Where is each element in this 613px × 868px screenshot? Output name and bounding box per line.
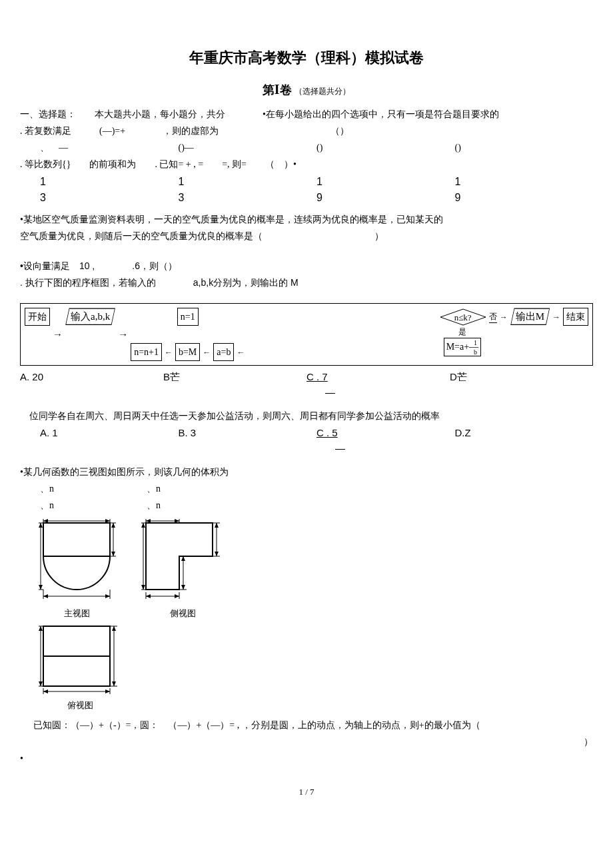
- svg-marker-38: [215, 523, 219, 528]
- opt-a: 、n: [40, 482, 120, 496]
- svg-marker-61: [112, 681, 116, 686]
- arrow-icon: →: [552, 311, 560, 323]
- q5: . 执行下图的程序框图，若输入的 a,b,k分别为，则输出的 M: [20, 276, 593, 290]
- q7: •某几何函数的三视图如图所示，则该几何的体积为: [20, 465, 593, 479]
- flow-start: 开始: [25, 308, 50, 326]
- opt-b: 、n: [147, 482, 227, 496]
- svg-marker-34: [141, 585, 145, 590]
- q2-options-row1: 1 1 1 1: [40, 174, 593, 190]
- flow-nn: n=n+1: [131, 343, 162, 361]
- arrow-icon: ←: [237, 346, 245, 358]
- flowchart: 开始 → 输入a,b,k → n=1 n=n+1 ← b=M ← a=b ← n…: [20, 303, 593, 366]
- section-index: I: [275, 82, 280, 97]
- opt-a2: 3: [40, 190, 179, 206]
- section-suffix: 卷: [280, 83, 292, 97]
- page-number: 1 / 7: [20, 785, 593, 799]
- svg-marker-44: [181, 585, 185, 590]
- q6-options: A. 1 B. 3 C . 5 — D.Z: [40, 426, 593, 456]
- svg-marker-48: [146, 594, 151, 598]
- svg-marker-18: [111, 552, 115, 556]
- q7-row2: 、n 、n: [40, 498, 593, 512]
- opt-d2: 9: [455, 190, 594, 206]
- svg-marker-66: [105, 689, 110, 693]
- q1: . 若复数满足 (—)=+ ，则的虚部为 （）: [20, 124, 593, 138]
- q2-options-row2: 3 3 9 9: [40, 190, 593, 206]
- svg-marker-55: [39, 626, 43, 631]
- arrow-icon: →: [118, 327, 128, 342]
- svg-marker-12: [39, 523, 43, 528]
- section-header: 第I卷 （选择题共分）: [20, 79, 593, 99]
- opt-c: 1: [316, 174, 455, 190]
- opt-b: B. 3: [179, 426, 317, 456]
- svg-marker-49: [175, 594, 179, 598]
- svg-marker-39: [215, 552, 219, 556]
- q3-line2: 空气质量为优良，则随后一天的空气质量为优良的概率是（ ）: [20, 229, 593, 243]
- three-views-row2: 俯视图: [33, 623, 593, 712]
- instructions: 一、选择题： 本大题共小题，每小题分，共分 •在每小题给出的四个选项中，只有一项…: [20, 107, 593, 121]
- q1-options: 、 — ()— () (): [40, 141, 593, 155]
- opt-c: (): [316, 141, 455, 155]
- opt-b: 1: [179, 174, 317, 190]
- opt-b: ()—: [179, 141, 317, 155]
- svg-marker-17: [111, 523, 115, 528]
- side-view: 侧视图: [136, 518, 229, 620]
- opt-c2: 9: [316, 190, 455, 206]
- flow-yes: 是: [458, 326, 466, 338]
- flow-output: 输出M: [510, 308, 550, 326]
- top-label: 俯视图: [33, 699, 127, 712]
- flow-end: 结束: [563, 308, 588, 326]
- arrow-icon: →: [53, 327, 63, 342]
- flow-no: 否: [489, 310, 497, 323]
- svg-marker-60: [112, 626, 116, 631]
- opt-b2: 3: [179, 190, 317, 206]
- opt-d: D.Z: [455, 426, 594, 456]
- front-view: 主视图: [33, 518, 120, 620]
- svg-marker-43: [181, 556, 185, 561]
- flow-bm: b=M: [175, 343, 200, 361]
- dot: •: [20, 751, 593, 765]
- flow-cond-text: n≤k?: [440, 311, 486, 324]
- opt-a: 、n: [40, 498, 120, 512]
- section-prefix: 第: [263, 83, 275, 97]
- opt-c-top: C . 5: [316, 427, 338, 438]
- opt-b: 、n: [147, 498, 227, 512]
- svg-marker-56: [39, 681, 43, 686]
- q6: 位同学各自在周六、周日两天中任选一天参加公益活动，则周六、周日都有同学参加公益活…: [20, 409, 593, 423]
- svg-marker-33: [141, 523, 145, 528]
- arrow-icon: ←: [203, 346, 211, 358]
- flow-cond: n≤k?: [440, 308, 486, 326]
- flow-output-text: 输出M: [516, 311, 544, 322]
- flow-ma: 1 M=a+— b: [444, 338, 481, 356]
- section-note: （选择题共分）: [295, 87, 350, 96]
- q3-line1: •某地区空气质量监测资料表明，一天的空气质量为优良的概率是，连续两为优良的概率是…: [20, 213, 593, 226]
- flow-ab: a=b: [213, 343, 234, 361]
- opt-d: (): [455, 141, 594, 155]
- svg-marker-22: [43, 594, 48, 598]
- opt-c: C . 5 —: [316, 426, 455, 456]
- opt-d: 1: [455, 174, 594, 190]
- q4: •设向量满足 10 , .6，则（）: [20, 259, 593, 273]
- arrow-icon: ←: [165, 346, 173, 358]
- opt-d: D芒: [450, 370, 593, 400]
- front-label: 主视图: [33, 607, 120, 620]
- q7-row1: 、n 、n: [40, 482, 593, 496]
- opt-c-bot: —: [325, 386, 335, 398]
- opt-c-top: C . 7: [306, 371, 328, 382]
- opt-a: 1: [40, 174, 179, 190]
- svg-marker-65: [43, 689, 48, 693]
- opt-c-bot: —: [335, 442, 345, 454]
- svg-rect-3: [43, 523, 110, 556]
- three-views-row1: 主视图 侧视图: [33, 518, 593, 620]
- q2: . 等比数列{} 的前项和为 . 已知= + , = =, 则= （ ）•: [20, 157, 593, 171]
- q8-close: ）: [20, 735, 593, 749]
- arrow-icon: →: [500, 311, 508, 323]
- side-label: 侧视图: [136, 607, 229, 620]
- page-title: 年重庆市高考数学（理科）模拟试卷: [20, 47, 593, 69]
- svg-marker-13: [39, 585, 43, 590]
- q8: 已知圆：（—）+（-）=，圆： （—）+（—）= , ，分别是圆，上的动点，为轴…: [33, 718, 593, 732]
- flow-n1: n=1: [177, 308, 199, 326]
- flow-input: 输入a,b,k: [65, 308, 115, 326]
- opt-a: A. 1: [40, 426, 179, 456]
- svg-marker-23: [105, 594, 110, 598]
- opt-c: C . 7 —: [306, 370, 450, 400]
